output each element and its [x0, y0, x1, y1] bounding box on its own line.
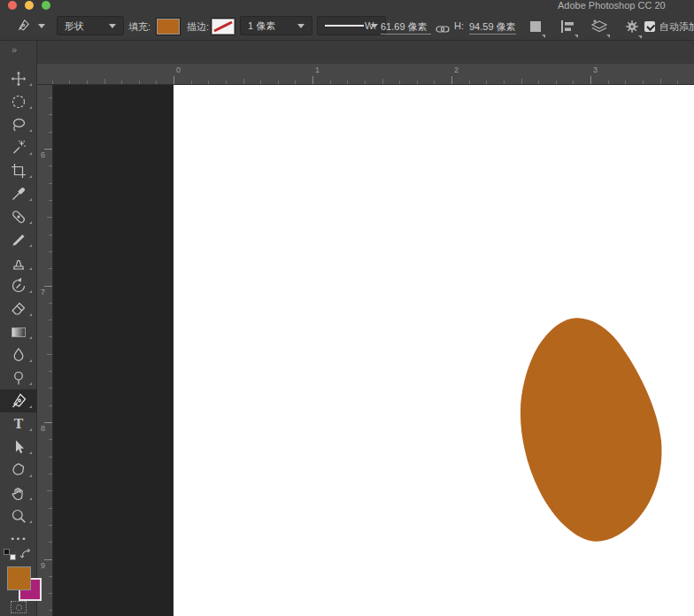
- tool-move-tool[interactable]: [0, 67, 37, 90]
- stroke-width-value: 1 像素: [248, 19, 275, 33]
- ruler-tick: [608, 81, 609, 84]
- tool-pen-tool[interactable]: [0, 389, 37, 412]
- quick-mask-mode-button[interactable]: [11, 601, 27, 613]
- ruler-tick: [49, 320, 52, 320]
- ruler-tick: [312, 76, 313, 84]
- subtool-indicator-icon: [29, 474, 32, 477]
- link-dimensions-icon[interactable]: [436, 21, 450, 37]
- ruler-tick: [347, 81, 348, 84]
- ruler-tick: [260, 81, 261, 84]
- subtool-indicator-icon: [29, 428, 32, 431]
- ruler-tick: [44, 422, 52, 423]
- tool-type-tool[interactable]: T: [0, 412, 37, 435]
- stroke-color-swatch[interactable]: [212, 19, 235, 35]
- close-window-button[interactable]: [8, 1, 17, 10]
- tool-clone-stamp-tool[interactable]: [0, 251, 37, 274]
- ruler-tick: [49, 405, 52, 406]
- ruler-tick: [49, 166, 52, 166]
- canvas-document[interactable]: [53, 85, 694, 616]
- solid-line-icon: [325, 25, 364, 27]
- ruler-tick: [44, 559, 52, 560]
- ruler-label: 8: [41, 424, 45, 433]
- path-alignment-icon[interactable]: [560, 20, 574, 36]
- ruler-tick: [49, 457, 52, 458]
- tool-more-button[interactable]: •••: [0, 527, 37, 551]
- tool-zoom-tool[interactable]: [0, 504, 37, 527]
- subtool-indicator-icon: [29, 129, 32, 132]
- path-operations-icon[interactable]: [529, 20, 542, 36]
- subtool-indicator-icon: [29, 198, 32, 201]
- photoshop-window: Adobe Photoshop CC 20 形状 填充: 描边: 1 像素 W:: [0, 0, 694, 616]
- ruler-tick: [677, 81, 678, 84]
- ruler-tick: [87, 81, 88, 84]
- ruler-tick: [486, 81, 487, 84]
- ruler-tick: [139, 81, 140, 84]
- foreground-color-swatch[interactable]: [7, 566, 31, 590]
- tool-custom-shape-tool[interactable]: [0, 458, 37, 481]
- tool-magic-wand-tool[interactable]: [0, 136, 37, 159]
- gear-icon[interactable]: [625, 19, 639, 37]
- tool-eraser-tool[interactable]: [0, 297, 37, 320]
- shape-width-field[interactable]: 61.69 像素: [381, 20, 431, 35]
- ruler-tick: [625, 81, 626, 84]
- stroke-label: 描边:: [187, 20, 209, 34]
- tool-marquee-tool[interactable]: [0, 90, 37, 113]
- ruler-tick: [590, 76, 591, 84]
- ruler-tick: [49, 268, 52, 269]
- ruler-tick: [49, 251, 52, 252]
- tool-blur-tool[interactable]: [0, 343, 37, 366]
- gear-chevron-icon: [638, 35, 642, 39]
- ruler-tick: [434, 81, 435, 84]
- stroke-width-dropdown[interactable]: 1 像素: [240, 16, 312, 35]
- tool-history-brush-tool[interactable]: [0, 274, 37, 297]
- ruler-tick: [69, 81, 70, 84]
- default-colors-icon[interactable]: [3, 549, 19, 562]
- fill-color-swatch[interactable]: [157, 19, 180, 35]
- subtool-indicator-icon: [29, 359, 32, 362]
- ruler-tick: [47, 490, 52, 491]
- tool-brush-tool[interactable]: [0, 228, 37, 251]
- ruler-tick: [49, 200, 52, 201]
- title-bar: Adobe Photoshop CC 20: [0, 0, 694, 12]
- pen-tool-preset-icon[interactable]: [16, 19, 30, 36]
- tool-healing-brush-tool[interactable]: [0, 205, 37, 228]
- subtool-indicator-icon: [29, 313, 32, 316]
- ruler-tick: [49, 610, 52, 611]
- auto-add-checkbox[interactable]: [644, 21, 655, 32]
- vertical-ruler: 6789: [37, 85, 53, 616]
- ruler-tick: [52, 81, 53, 84]
- ruler-tick: [49, 593, 52, 594]
- tool-hand-tool[interactable]: [0, 481, 37, 504]
- expand-panel-button[interactable]: »: [12, 44, 18, 55]
- ruler-label: 1: [315, 65, 320, 74]
- chevron-down-icon: [109, 24, 116, 28]
- tool-crop-tool[interactable]: [0, 159, 37, 182]
- tool-path-selection-tool[interactable]: [0, 435, 37, 458]
- ruler-tick: [451, 76, 452, 84]
- tool-gradient-tool[interactable]: [0, 320, 37, 343]
- shape-height-field[interactable]: 94.59 像素: [469, 20, 516, 35]
- ruler-tick: [556, 81, 557, 84]
- tool-eyedropper-tool[interactable]: [0, 182, 37, 205]
- ruler-tick: [174, 76, 174, 84]
- zoom-window-button[interactable]: [42, 1, 50, 10]
- subtool-indicator-icon: [29, 175, 32, 178]
- subtool-indicator-icon: [29, 221, 32, 224]
- ruler-tick: [121, 81, 122, 84]
- tool-lasso-tool[interactable]: [0, 113, 37, 136]
- ruler-tick: [295, 81, 296, 84]
- ruler-label: 3: [593, 65, 598, 74]
- tool-preset-chevron-icon[interactable]: [38, 24, 45, 28]
- minimize-window-button[interactable]: [25, 1, 34, 10]
- chevron-down-icon: [297, 24, 305, 28]
- ruler-label: 6: [41, 150, 45, 159]
- tool-mode-dropdown[interactable]: 形状: [57, 16, 124, 35]
- default-background-chip: [10, 554, 16, 560]
- tool-dodge-tool[interactable]: [0, 366, 37, 389]
- quick-mask-circle-icon: [16, 604, 22, 611]
- subtool-indicator-icon: [29, 152, 32, 155]
- ruler-tick: [49, 97, 52, 98]
- ruler-tick: [226, 81, 227, 84]
- drawn-shape-layer[interactable]: [520, 317, 663, 543]
- ruler-tick: [49, 183, 52, 184]
